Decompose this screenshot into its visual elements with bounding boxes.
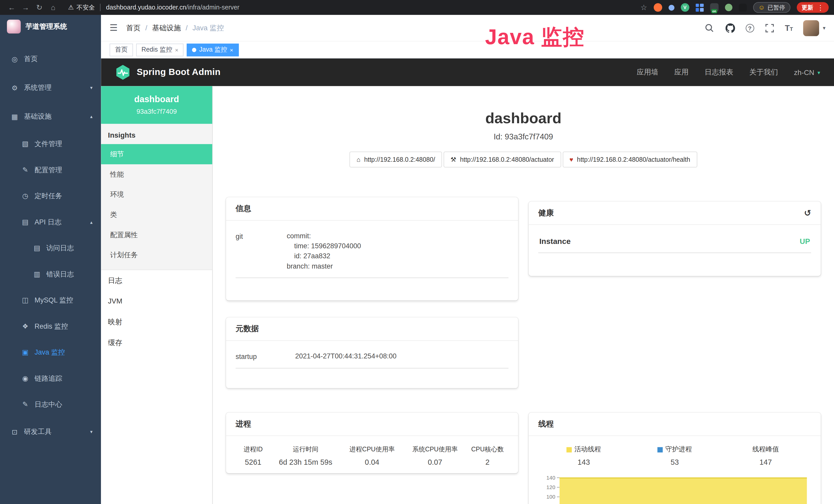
browser-menu-icon[interactable]: ⋮ (817, 3, 824, 11)
tab-home[interactable]: 首页 (110, 43, 133, 56)
sba-nav-mappings[interactable]: 映射 (101, 312, 212, 332)
y-tick-label: 100 (546, 494, 555, 500)
sidebar-item-system-mgmt[interactable]: ⚙ 系统管理 ▾ (0, 73, 101, 102)
font-size-icon[interactable]: TT (785, 23, 793, 32)
actuator-url-button[interactable]: ⚒ http://192.168.0.2:48080/actuator (444, 152, 561, 167)
sidebar-item-java-monitor[interactable]: ▣ Java 监控 (0, 339, 101, 365)
sba-nav-environment[interactable]: 环境 (101, 185, 212, 205)
hamburger-icon[interactable]: ☰ (110, 22, 118, 33)
leaf-extension-icon[interactable] (725, 4, 732, 11)
gear-icon: ⚙ (10, 84, 19, 92)
info-value-line: time: 1596289704000 (287, 241, 509, 251)
sidebar-item-redis-monitor[interactable]: ❖ Redis 监控 (0, 313, 101, 339)
github-icon[interactable] (725, 23, 736, 33)
sba-instance-header[interactable]: dashboard 93a3fc7f7409 (101, 86, 212, 124)
browser-toolbar: ← → ↻ ⌂ ⚠ 不安全 dashboard.yudao.iocoder.cn… (0, 0, 834, 15)
sidebar-item-infrastructure[interactable]: ▦ 基础设施 ▴ (0, 102, 101, 131)
sba-nav-jvm[interactable]: JVM (101, 291, 212, 312)
reload-icon[interactable]: ↻ (33, 3, 46, 12)
actuator-url: http://192.168.0.2:48080/actuator (460, 156, 554, 163)
close-icon[interactable]: × (175, 46, 178, 53)
navbar-actions: ? TT ▾ (704, 20, 826, 36)
close-icon[interactable]: × (230, 46, 233, 53)
tab-redis-monitor[interactable]: Redis 监控 × (136, 43, 184, 56)
sba-nav-caches[interactable]: 缓存 (101, 332, 212, 353)
sba-nav-journal[interactable]: 日志报表 (705, 68, 733, 77)
instance-subtitle: Id: 93a3fc7f7409 (213, 132, 834, 141)
bookmark-star-icon[interactable]: ☆ (641, 3, 647, 12)
sidebar-item-label: MySQL 监控 (35, 295, 73, 305)
health-card: 健康 ↺ Instance UP (529, 202, 821, 276)
browser-update-button[interactable]: 更新 ⋮ (797, 2, 829, 13)
sba-nav-wallboard[interactable]: 应用墙 (637, 68, 658, 77)
breadcrumb-home[interactable]: 首页 (126, 23, 140, 32)
sba-nav-details[interactable]: 细节 (101, 144, 212, 164)
sidebar-item-label: 基础设施 (24, 112, 52, 121)
back-icon[interactable]: ← (5, 3, 18, 12)
user-menu[interactable]: ▾ (803, 20, 826, 36)
grid-extension-icon[interactable] (696, 3, 704, 11)
sidebar-item-dev-tools[interactable]: ⊡ 研发工具 ▾ (0, 417, 101, 446)
paused-badge[interactable]: ☺ 已暂停 (753, 2, 791, 13)
home-dashboard-icon: ◎ (10, 55, 19, 63)
sidebar-item-log-center[interactable]: ✎ 日志中心 (0, 391, 101, 417)
card-title: 线程 (539, 419, 554, 429)
process-col-header: 系统CPU使用率 (403, 445, 466, 454)
sidebar-item-label: API 日志 (35, 217, 62, 227)
address-bar[interactable]: dashboard.yudao.iocoder.cn/infra/admin-s… (106, 4, 634, 11)
sba-nav-config-props[interactable]: 配置属性 (101, 225, 212, 245)
health-url-button[interactable]: ♥ http://192.168.0.2:48080/actuator/heal… (563, 152, 697, 167)
search-icon[interactable] (704, 23, 715, 33)
legend-swatch-yellow (566, 447, 572, 452)
breadcrumb: 首页 / 基础设施 / Java 监控 (126, 23, 224, 32)
sba-nav-about[interactable]: 关于我们 (749, 68, 778, 77)
mysql-icon: ◫ (21, 296, 29, 304)
legend-live-value: 143 (539, 458, 629, 466)
card-title: 进程 (236, 419, 251, 429)
browser-home-icon[interactable]: ⌂ (47, 3, 60, 12)
history-icon[interactable]: ↺ (804, 208, 811, 218)
sidebar-item-home[interactable]: ◎ 首页 (0, 45, 101, 73)
sba-locale-select[interactable]: zh-CN ▾ (794, 68, 820, 76)
sidebar-item-label: 错误日志 (46, 269, 74, 279)
sba-nav-performance[interactable]: 性能 (101, 164, 212, 185)
proxy-extension-icon[interactable]: on (710, 3, 719, 12)
sidebar-item-cron-jobs[interactable]: ◷ 定时任务 (0, 183, 101, 209)
sba-nav-links: 应用墙 应用 日志报表 关于我们 zh-CN ▾ (637, 68, 820, 77)
sba-navbar: Spring Boot Admin 应用墙 应用 日志报表 关于我们 zh-CN… (101, 59, 834, 86)
sba-nav-classes[interactable]: 类 (101, 205, 212, 225)
vue-devtools-icon[interactable]: V (681, 3, 689, 12)
instance-url-button[interactable]: ⌂ http://192.168.0.2:48080/ (350, 152, 442, 167)
sidebar-item-label: Java 监控 (35, 347, 65, 357)
forward-icon[interactable]: → (19, 3, 32, 12)
sidebar-item-api-logs[interactable]: ▤ API 日志 ▴ (0, 209, 101, 235)
pin-extension-icon[interactable] (668, 5, 674, 10)
sidebar-item-access-logs[interactable]: ▤ 访问日志 (0, 235, 101, 261)
tab-java-monitor[interactable]: Java 监控 × (187, 43, 239, 56)
legend-daemon-threads: 守护进程 (629, 445, 720, 454)
sidebar-item-tracing[interactable]: ◉ 链路追踪 (0, 365, 101, 391)
sba-nav-scheduled-tasks[interactable]: 计划任务 (101, 245, 212, 266)
help-icon[interactable]: ? (746, 24, 754, 32)
legend-peak-value: 147 (720, 458, 811, 466)
security-indicator[interactable]: ⚠ 不安全 (68, 3, 95, 11)
sidebar-item-mysql-monitor[interactable]: ◫ MySQL 监控 (0, 287, 101, 313)
dark-extension-icon[interactable] (739, 3, 747, 11)
sidebar-menu: ◎ 首页 ⚙ 系统管理 ▾ ▦ 基础设施 ▴ ▧ 文件管理 (0, 38, 101, 446)
sidebar-item-error-logs[interactable]: ▥ 错误日志 (0, 261, 101, 287)
sba-nav-applications[interactable]: 应用 (674, 68, 688, 77)
info-git-row: git commit: time: 1596289704000 id: 27aa… (236, 228, 508, 278)
orange-extension-icon[interactable] (654, 3, 662, 12)
app-logo[interactable]: 芋道管理系统 (0, 15, 101, 38)
chevron-up-icon: ▴ (90, 114, 92, 119)
spring-boot-admin-logo (115, 65, 131, 81)
fullscreen-icon[interactable] (764, 23, 775, 33)
breadcrumb-infrastructure[interactable]: 基础设施 (152, 23, 181, 32)
sidebar-item-config-mgmt[interactable]: ✎ 配置管理 (0, 157, 101, 183)
sidebar-item-label: 访问日志 (46, 243, 74, 253)
sba-main-content: dashboard Id: 93a3fc7f7409 ⌂ http://192.… (213, 86, 834, 504)
sba-sidenav: dashboard 93a3fc7f7409 Insights 细节 性能 环境… (101, 86, 213, 504)
sidebar-item-file-mgmt[interactable]: ▧ 文件管理 (0, 131, 101, 157)
sba-nav-logs[interactable]: 日志 (101, 270, 212, 291)
sidebar-item-label: 配置管理 (35, 165, 62, 175)
